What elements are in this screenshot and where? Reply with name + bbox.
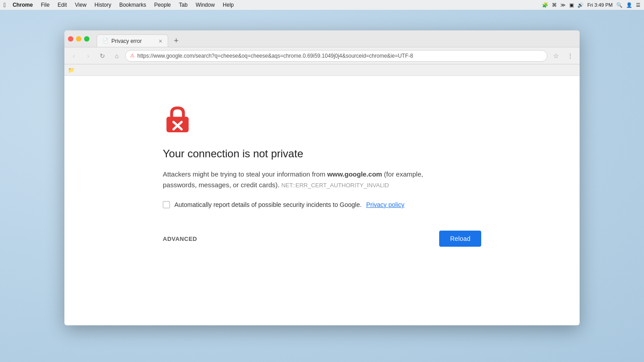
menu-people[interactable]: People	[151, 0, 174, 10]
error-title: Your connection is not private	[163, 147, 303, 160]
menu-help[interactable]: Help	[220, 0, 237, 10]
description-prefix: Attackers might be trying to steal your …	[163, 170, 327, 178]
reload-button[interactable]: Reload	[439, 231, 481, 247]
menu-file[interactable]: File	[38, 0, 52, 10]
error-lock-icon	[163, 103, 192, 132]
reload-page-button[interactable]: ↻	[97, 50, 108, 62]
back-button[interactable]: ‹	[68, 50, 80, 62]
url-display: https://www.google.com/search?q=cheese&o…	[137, 53, 413, 59]
control-center-icon: ☰	[636, 2, 640, 8]
maximize-button[interactable]	[84, 36, 89, 42]
forward-button[interactable]: ›	[82, 50, 94, 62]
security-warning-icon: ⚠	[130, 53, 135, 59]
address-bar[interactable]: ⚠ https://www.google.com/search?q=cheese…	[125, 50, 547, 62]
menu-window[interactable]: Window	[192, 0, 218, 10]
privacy-policy-link[interactable]: Privacy policy	[366, 201, 405, 208]
display-icon: ▣	[569, 2, 574, 8]
menu-bar:  Chrome File Edit View History Bookmark…	[0, 0, 644, 10]
bookmarks-bar: 📁	[64, 64, 580, 76]
tabs-bar: 📄 Privacy error × +	[97, 30, 182, 47]
lock-icon-container	[163, 103, 192, 134]
new-tab-button[interactable]: +	[170, 34, 182, 47]
error-domain: www.google.com	[327, 170, 382, 178]
minimize-button[interactable]	[76, 36, 81, 42]
menu-view[interactable]: View	[72, 0, 90, 10]
menu-bar-right: 🧩 ⌘ ≫ ▣ 🔊 Fri 3:49 PM 🔍 👤 ☰	[542, 2, 640, 8]
close-button[interactable]	[68, 36, 73, 42]
wifi-icon: ⌘	[552, 2, 557, 8]
nav-bar: ‹ › ↻ ⌂ ⚠ https://www.google.com/search?…	[64, 47, 580, 64]
menu-chrome[interactable]: Chrome	[9, 0, 36, 10]
home-button[interactable]: ⌂	[111, 50, 123, 62]
active-tab[interactable]: 📄 Privacy error ×	[97, 34, 168, 47]
browser-window: 📄 Privacy error × + ‹ › ↻ ⌂ ⚠ https://ww…	[64, 30, 580, 325]
tab-title: Privacy error	[111, 38, 142, 44]
tab-close-button[interactable]: ×	[159, 38, 162, 45]
apple-logo-icon: 	[4, 1, 6, 8]
clock: Fri 3:49 PM	[587, 2, 613, 8]
report-checkbox[interactable]	[163, 201, 170, 208]
menu-history[interactable]: History	[91, 0, 114, 10]
extensions-icon: 🧩	[542, 2, 548, 8]
wifi-status-icon: ≫	[560, 2, 566, 8]
error-code: NET::ERR_CERT_AUTHORITY_INVALID	[281, 182, 389, 189]
traffic-lights	[68, 36, 89, 42]
tab-page-icon: 📄	[102, 38, 109, 44]
bookmark-star-button[interactable]: ☆	[550, 50, 562, 62]
nav-right-controls: ☆ ⋮	[550, 50, 576, 62]
search-icon: 🔍	[616, 2, 623, 8]
chrome-menu-button[interactable]: ⋮	[564, 50, 576, 62]
checkbox-label: Automatically report details of possible…	[174, 201, 362, 208]
menu-bookmarks[interactable]: Bookmarks	[116, 0, 149, 10]
menu-edit[interactable]: Edit	[55, 0, 70, 10]
volume-icon: 🔊	[577, 2, 584, 8]
bookmarks-folder-icon: 📁	[68, 67, 75, 73]
user-icon: 👤	[626, 2, 632, 8]
menu-tab[interactable]: Tab	[176, 0, 191, 10]
action-buttons-row: ADVANCED Reload	[163, 231, 481, 247]
title-bar: 📄 Privacy error × +	[64, 30, 580, 47]
error-description: Attackers might be trying to steal your …	[163, 169, 440, 190]
report-checkbox-row: Automatically report details of possible…	[163, 201, 404, 208]
advanced-button[interactable]: ADVANCED	[163, 236, 197, 242]
content-area: Your connection is not private Attackers…	[64, 76, 580, 325]
